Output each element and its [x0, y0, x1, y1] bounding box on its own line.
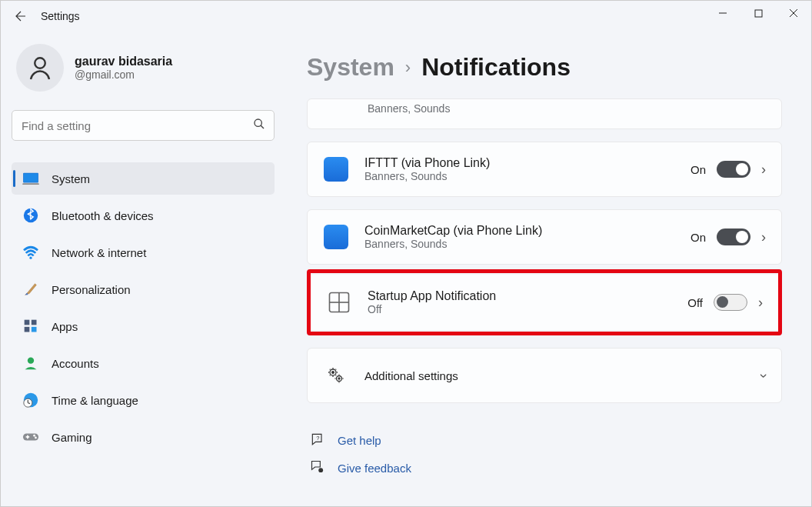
- window-title: Settings: [41, 10, 80, 22]
- svg-rect-13: [32, 320, 37, 325]
- nav-list: System Bluetooth & devices Network & int…: [12, 162, 275, 458]
- avatar: [16, 44, 64, 92]
- app-icon: [323, 156, 349, 182]
- svg-point-16: [28, 358, 34, 364]
- chevron-right-icon: ›: [761, 229, 766, 245]
- apps-icon: [22, 318, 39, 335]
- card-title: CoinMarketCap (via Phone Link): [364, 224, 691, 238]
- sidebar-item-personalization[interactable]: Personalization: [12, 273, 275, 305]
- chevron-down-icon: ›: [756, 373, 772, 378]
- close-button[interactable]: [776, 1, 811, 25]
- card-title: IFTTT (via Phone Link): [364, 156, 691, 170]
- account-icon: [22, 355, 39, 372]
- card-subtitle: Off: [368, 303, 687, 315]
- app-notification-row-coinmarketcap[interactable]: CoinMarketCap (via Phone Link) Banners, …: [307, 209, 782, 265]
- feedback-icon: [310, 459, 325, 477]
- svg-rect-14: [25, 327, 30, 332]
- maximize-icon: [754, 9, 763, 18]
- svg-line-20: [28, 403, 30, 404]
- svg-point-34: [318, 468, 323, 472]
- svg-point-22: [33, 435, 35, 437]
- breadcrumb-parent[interactable]: System: [307, 53, 394, 82]
- give-feedback-link[interactable]: Give feedback: [310, 454, 782, 482]
- sidebar-item-accounts[interactable]: Accounts: [12, 347, 275, 379]
- toggle-state-label: Off: [687, 296, 703, 309]
- card-subtitle: Banners, Sounds: [364, 170, 691, 182]
- svg-text:?: ?: [316, 434, 319, 441]
- additional-settings-row[interactable]: Additional settings ›: [307, 348, 782, 403]
- sidebar-item-gaming[interactable]: Gaming: [12, 421, 275, 453]
- card-subtitle: Banners, Sounds: [364, 238, 691, 250]
- minimize-icon: [718, 8, 727, 18]
- profile-block[interactable]: gaurav bidasaria @gmail.com: [12, 44, 275, 92]
- chevron-right-icon: ›: [758, 295, 763, 311]
- breadcrumb: System › Notifications: [307, 53, 782, 82]
- svg-rect-1: [755, 10, 762, 17]
- sidebar-item-label: Bluetooth & devices: [52, 209, 154, 222]
- sidebar-item-bluetooth[interactable]: Bluetooth & devices: [12, 199, 275, 232]
- back-button[interactable]: [7, 2, 35, 30]
- svg-line-6: [261, 125, 264, 128]
- sidebar-item-label: Accounts: [52, 357, 99, 370]
- app-icon: [323, 224, 349, 250]
- sidebar-item-label: System: [52, 172, 90, 185]
- svg-rect-12: [25, 320, 30, 325]
- main-content: System › Notifications Banners, Sounds I…: [285, 32, 811, 506]
- toggle-state-label: On: [691, 231, 706, 244]
- footer-link-label: Give feedback: [338, 462, 411, 475]
- window-controls: [705, 1, 811, 28]
- minimize-button[interactable]: [705, 1, 740, 25]
- svg-rect-9: [22, 183, 39, 185]
- footer-link-label: Get help: [338, 434, 381, 447]
- sidebar-item-label: Gaming: [52, 431, 92, 444]
- svg-point-35: [320, 469, 321, 469]
- toggle-state-label: On: [691, 163, 706, 176]
- app-notification-row-ifttt[interactable]: IFTTT (via Phone Link) Banners, Sounds O…: [307, 142, 782, 197]
- wifi-icon: [22, 244, 39, 261]
- svg-point-23: [35, 437, 37, 439]
- toggle-switch[interactable]: [717, 161, 750, 178]
- svg-point-11: [29, 257, 32, 259]
- bluetooth-icon: [22, 207, 39, 224]
- svg-point-32: [338, 378, 340, 379]
- profile-email: @gmail.com: [75, 68, 172, 81]
- search-icon: [253, 118, 265, 133]
- footer-links: ? Get help Give feedback: [307, 426, 782, 482]
- get-help-link[interactable]: ? Get help: [310, 426, 782, 454]
- close-icon: [789, 8, 798, 18]
- sidebar-item-time-language[interactable]: Time & language: [12, 384, 275, 416]
- sidebar-item-system[interactable]: System: [12, 162, 275, 195]
- maximize-button[interactable]: [740, 1, 776, 25]
- person-icon: [26, 54, 54, 82]
- chevron-right-icon: ›: [405, 58, 411, 78]
- svg-rect-8: [24, 174, 38, 182]
- sidebar-item-label: Apps: [52, 320, 78, 333]
- paintbrush-icon: [22, 281, 39, 298]
- breadcrumb-current: Notifications: [421, 53, 571, 82]
- help-icon: ?: [310, 432, 325, 449]
- svg-rect-15: [32, 327, 37, 332]
- sidebar-item-label: Time & language: [52, 394, 138, 407]
- gamepad-icon: [22, 429, 39, 445]
- titlebar: Settings: [1, 1, 811, 32]
- svg-point-4: [35, 58, 45, 68]
- search-box: [12, 110, 275, 141]
- svg-point-36: [321, 469, 322, 469]
- startup-icon: [326, 289, 352, 315]
- sidebar-item-network[interactable]: Network & internet: [12, 236, 275, 269]
- toggle-switch[interactable]: [714, 294, 747, 311]
- card-title: Additional settings: [364, 369, 761, 382]
- app-notification-row-startup[interactable]: Startup App Notification Off Off ›: [311, 275, 778, 330]
- sidebar-item-label: Network & internet: [52, 246, 146, 259]
- gears-icon: [323, 362, 349, 389]
- app-notification-row-partial[interactable]: Banners, Sounds: [307, 98, 782, 129]
- sidebar: gaurav bidasaria @gmail.com System Blu: [1, 32, 285, 506]
- highlighted-row: Startup App Notification Off Off ›: [307, 269, 782, 335]
- sidebar-item-apps[interactable]: Apps: [12, 310, 275, 342]
- search-input[interactable]: [12, 110, 275, 141]
- back-arrow-icon: [14, 9, 28, 23]
- toggle-switch[interactable]: [717, 228, 750, 245]
- profile-name: gaurav bidasaria: [75, 55, 172, 68]
- globe-clock-icon: [22, 392, 39, 409]
- system-icon: [22, 170, 39, 187]
